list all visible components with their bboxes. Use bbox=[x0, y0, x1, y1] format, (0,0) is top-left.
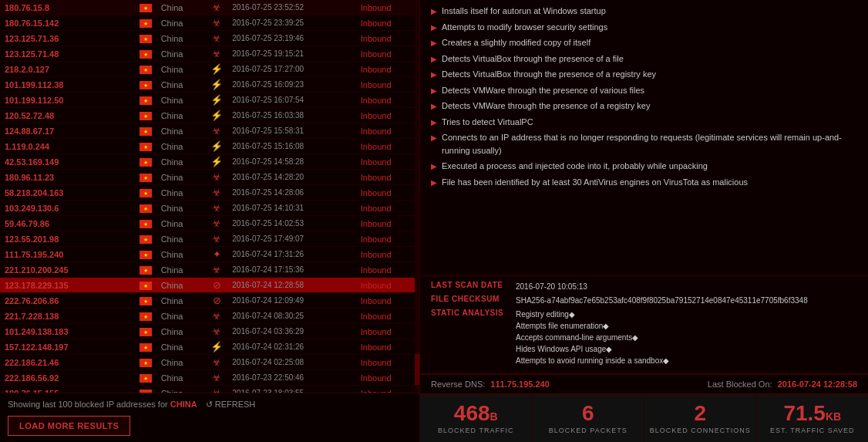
country-cell: China bbox=[156, 77, 207, 93]
direction-cell: Inbound bbox=[356, 216, 419, 231]
table-row[interactable]: 123.125.71.36 ★ China ☣ 2016-07-25 23:19… bbox=[0, 31, 419, 46]
table-row[interactable]: 222.186.21.46 ★ China ☣ 2016-07-24 02:25… bbox=[0, 355, 419, 370]
timestamp-cell: 2016-07-25 19:15:21 bbox=[227, 46, 355, 62]
est-traffic-label: EST. TRAFFIC SAVED bbox=[770, 427, 855, 434]
behavior-item: ▶Detects VMWare through the presence of … bbox=[431, 100, 857, 113]
flag-cell: ★ bbox=[135, 15, 156, 31]
flag-cell: ★ bbox=[135, 386, 156, 393]
table-row[interactable]: 157.122.148.197 ★ China ⚡ 2016-07-24 02:… bbox=[0, 339, 419, 355]
stats-bar: 468B BLOCKED TRAFFIC 6 BLOCKED PACKETS 2… bbox=[420, 393, 868, 442]
behavior-item: ▶Detects VirtualBox through the presence… bbox=[431, 68, 857, 81]
flag-cell: ★ bbox=[135, 231, 156, 247]
ip-cell: 222.186.21.46 bbox=[0, 355, 135, 370]
blocked-packets-label: BLOCKED PACKETS bbox=[549, 427, 627, 434]
country-link[interactable]: CHINA bbox=[170, 400, 197, 409]
behavior-item: ▶Installs itself for autorun at Windows … bbox=[431, 5, 857, 18]
table-row[interactable]: 222.186.56.92 ★ China ☣ 2016-07-23 22:50… bbox=[0, 370, 419, 386]
analysis-item: Hides Windows API usage◆ bbox=[516, 343, 669, 355]
showing-text: Showing last 100 blocked IP addresses fo… bbox=[8, 400, 412, 410]
table-row[interactable]: 120.52.72.48 ★ China ⚡ 2016-07-25 16:03:… bbox=[0, 108, 419, 123]
table-row[interactable]: 101.199.112.50 ★ China ⚡ 2016-07-25 16:0… bbox=[0, 93, 419, 108]
table-row[interactable]: 59.46.79.86 ★ China ☣ 2016-07-25 14:02:5… bbox=[0, 216, 419, 231]
scroll-indicator[interactable] bbox=[415, 0, 419, 393]
blocked-traffic-number: 468B bbox=[454, 403, 498, 424]
flag-cell: ★ bbox=[135, 93, 156, 108]
ip-cell: 123.125.71.36 bbox=[0, 31, 135, 46]
table-row[interactable]: 123.178.229.135 ★ China ⊘ 2016-07-24 12:… bbox=[0, 278, 419, 293]
analysis-item: Registry editing◆ bbox=[516, 309, 669, 320]
detail-scroll[interactable]: ▶Installs itself for autorun at Windows … bbox=[420, 0, 868, 276]
direction-cell: Inbound bbox=[356, 15, 419, 31]
direction-cell: Inbound bbox=[356, 262, 419, 278]
direction-cell: Inbound bbox=[356, 170, 419, 185]
behavior-text: Executed a process and injected code int… bbox=[442, 160, 708, 173]
direction-cell: Inbound bbox=[356, 247, 419, 262]
flag-cell: ★ bbox=[135, 324, 156, 339]
table-row[interactable]: 221.210.200.245 ★ China ☣ 2016-07-24 17:… bbox=[0, 262, 419, 278]
arrow-icon: ▶ bbox=[431, 5, 437, 17]
table-row[interactable]: 103.249.130.6 ★ China ☣ 2016-07-25 14:10… bbox=[0, 201, 419, 216]
table-row[interactable]: 218.2.0.127 ★ China ⚡ 2016-07-25 17:27:0… bbox=[0, 62, 419, 77]
behavior-text: Detects VMWare through the presence of v… bbox=[442, 84, 644, 97]
flag-cell: ★ bbox=[135, 170, 156, 185]
flag-icon: ★ bbox=[140, 189, 152, 197]
country-cell: China bbox=[156, 278, 207, 293]
load-more-button[interactable]: LOAD MORE RESULTS bbox=[8, 416, 130, 436]
threat-icon: ☣ bbox=[206, 370, 227, 386]
flag-icon: ★ bbox=[140, 328, 152, 336]
timestamp-cell: 2016-07-25 15:16:08 bbox=[227, 139, 355, 154]
timestamp-cell: 2016-07-25 23:39:25 bbox=[227, 15, 355, 31]
timestamp-cell: 2016-07-25 16:03:38 bbox=[227, 108, 355, 123]
stat-blocked-traffic: 468B BLOCKED TRAFFIC bbox=[420, 395, 533, 442]
ip-cell: 101.199.112.38 bbox=[0, 77, 135, 93]
table-row[interactable]: 124.88.67.17 ★ China ☣ 2016-07-25 15:58:… bbox=[0, 123, 419, 139]
table-row[interactable]: 221.7.228.138 ★ China ☣ 2016-07-24 08:30… bbox=[0, 309, 419, 324]
table-row[interactable]: 180.96.11.23 ★ China ☣ 2016-07-25 14:28:… bbox=[0, 170, 419, 185]
blocked-traffic-label: BLOCKED TRAFFIC bbox=[438, 427, 513, 434]
table-row[interactable]: 101.249.138.183 ★ China ☣ 2016-07-24 03:… bbox=[0, 324, 419, 339]
timestamp-cell: 2016-07-25 14:58:28 bbox=[227, 154, 355, 170]
table-row[interactable]: 180.76.15.142 ★ China ☣ 2016-07-25 23:39… bbox=[0, 15, 419, 31]
table-row[interactable]: 180.76.15.155 ★ China ☣ 2016-07-23 18:03… bbox=[0, 386, 419, 393]
threat-icon: ☣ bbox=[206, 201, 227, 216]
threat-icon: ☣ bbox=[206, 46, 227, 62]
table-row[interactable]: 1.119.0.244 ★ China ⚡ 2016-07-25 15:16:0… bbox=[0, 139, 419, 154]
refresh-link[interactable]: ↺ REFRESH bbox=[206, 400, 256, 409]
table-row[interactable]: 123.55.201.98 ★ China ☣ 2016-07-25 17:49… bbox=[0, 231, 419, 247]
ip-cell: 123.125.71.48 bbox=[0, 46, 135, 62]
ip-cell: 1.119.0.244 bbox=[0, 139, 135, 154]
stat-blocked-packets: 6 BLOCKED PACKETS bbox=[533, 395, 645, 442]
flag-icon: ★ bbox=[140, 96, 152, 105]
threat-icon: ☣ bbox=[206, 216, 227, 231]
left-bottom: Showing last 100 blocked IP addresses fo… bbox=[0, 393, 419, 442]
country-cell: China bbox=[156, 201, 207, 216]
timestamp-cell: 2016-07-25 15:58:31 bbox=[227, 123, 355, 139]
table-row[interactable]: 111.75.195.240 ★ China ✦ 2016-07-24 17:3… bbox=[0, 247, 419, 262]
timestamp-cell: 2016-07-25 17:49:07 bbox=[227, 231, 355, 247]
ip-cell: 180.76.15.8 bbox=[0, 0, 135, 15]
blocked-connections-label: BLOCKED CONNECTIONS bbox=[650, 427, 751, 434]
meta-row-checksum: FILE CHECKSUM SHA256-a74abf9ac7e65b253af… bbox=[431, 295, 857, 306]
timestamp-cell: 2016-07-23 22:50:46 bbox=[227, 370, 355, 386]
table-row[interactable]: 58.218.204.163 ★ China ☣ 2016-07-25 14:2… bbox=[0, 185, 419, 201]
table-row[interactable]: 42.53.169.149 ★ China ⚡ 2016-07-25 14:58… bbox=[0, 154, 419, 170]
threat-icon: ⚡ bbox=[206, 77, 227, 93]
table-row[interactable]: 101.199.112.38 ★ China ⚡ 2016-07-25 16:0… bbox=[0, 77, 419, 93]
ip-cell: 222.76.206.86 bbox=[0, 293, 135, 309]
table-row[interactable]: 180.76.15.8 ★ China ☣ 2016-07-25 23:52:5… bbox=[0, 0, 419, 15]
country-cell: China bbox=[156, 262, 207, 278]
behavior-item: ▶Tries to detect VirtualPC bbox=[431, 116, 857, 129]
scroll-thumb[interactable] bbox=[415, 354, 419, 385]
ip-cell: 221.7.228.138 bbox=[0, 309, 135, 324]
ip-cell: 222.186.56.92 bbox=[0, 370, 135, 386]
arrow-icon: ▶ bbox=[431, 85, 437, 96]
table-row[interactable]: 123.125.71.48 ★ China ☣ 2016-07-25 19:15… bbox=[0, 46, 419, 62]
ip-cell: 111.75.195.240 bbox=[0, 247, 135, 262]
table-row[interactable]: 222.76.206.86 ★ China ⊘ 2016-07-24 12:09… bbox=[0, 293, 419, 309]
threat-icon: ☣ bbox=[206, 324, 227, 339]
flag-icon: ★ bbox=[140, 266, 152, 275]
flag-cell: ★ bbox=[135, 154, 156, 170]
flag-cell: ★ bbox=[135, 309, 156, 324]
flag-icon: ★ bbox=[140, 143, 152, 151]
threat-icon: ⚡ bbox=[206, 139, 227, 154]
